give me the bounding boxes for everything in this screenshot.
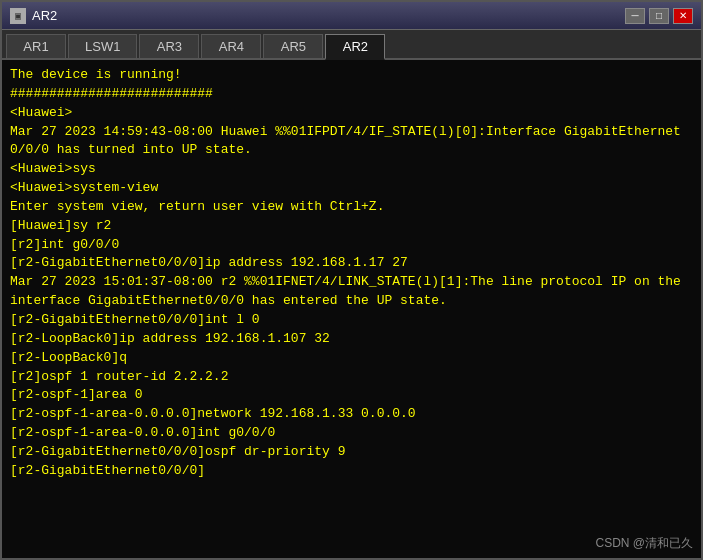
maximize-button[interactable]: □: [649, 8, 669, 24]
close-button[interactable]: ✕: [673, 8, 693, 24]
tab-ar5[interactable]: AR5: [263, 34, 323, 58]
tab-ar3[interactable]: AR3: [139, 34, 199, 58]
tab-ar2[interactable]: AR2: [325, 34, 385, 60]
tab-ar1[interactable]: AR1: [6, 34, 66, 58]
terminal-output[interactable]: The device is running! #################…: [2, 60, 701, 558]
app-icon: ▣: [10, 8, 26, 24]
window-title: AR2: [32, 8, 57, 23]
tab-lsw1[interactable]: LSW1: [68, 34, 137, 58]
minimize-button[interactable]: ─: [625, 8, 645, 24]
terminal-text: The device is running! #################…: [10, 66, 693, 481]
tab-bar: AR1 LSW1 AR3 AR4 AR5 AR2: [2, 30, 701, 60]
watermark: CSDN @清和已久: [595, 535, 693, 552]
title-bar: ▣ AR2 ─ □ ✕: [2, 2, 701, 30]
window-controls: ─ □ ✕: [625, 8, 693, 24]
tab-ar4[interactable]: AR4: [201, 34, 261, 58]
